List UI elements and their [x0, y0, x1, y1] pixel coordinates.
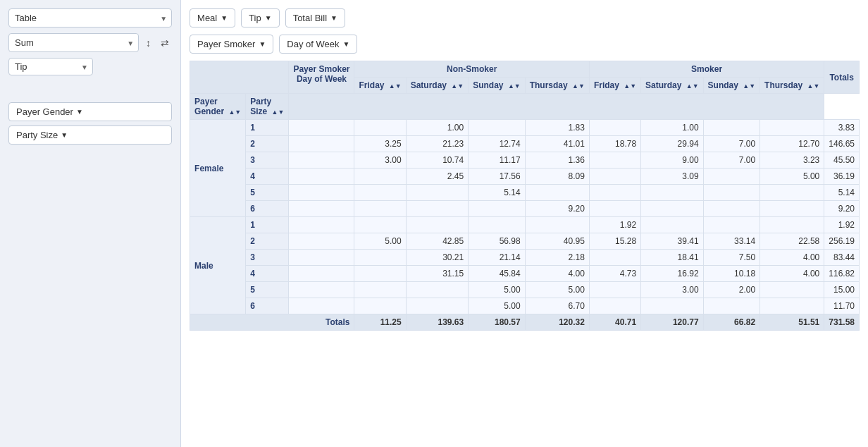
day-cell — [289, 185, 354, 201]
day-of-week-dropdown-label: Day of Week — [287, 39, 339, 49]
tip-arrow: ▼ — [265, 14, 272, 22]
s_sun-cell: 10.18 — [703, 266, 760, 282]
ns_sat-cell — [406, 282, 469, 298]
totals-s_fri: 40.71 — [589, 314, 640, 331]
s_sun-cell — [703, 185, 760, 201]
ns_sun-cell: 5.14 — [469, 185, 526, 201]
s_thu-cell: 4.00 — [760, 266, 824, 282]
ns_sun-cell: 11.17 — [469, 152, 526, 169]
sort-asc-icon[interactable]: ↕ — [143, 36, 154, 50]
s_sun-cell — [703, 201, 760, 217]
party-size-cell: 2 — [246, 136, 289, 152]
ns_thu-cell: 2.18 — [525, 250, 589, 266]
ns-friday-sort: ▲▼ — [389, 82, 402, 90]
payer-smoker-dropdown[interactable]: Payer Smoker ▼ — [190, 35, 273, 54]
ns-saturday-sort: ▲▼ — [451, 82, 464, 90]
s_sat-cell — [641, 217, 704, 233]
table-row: 25.0042.8556.9840.9515.2839.4133.1422.58… — [190, 233, 860, 250]
tip-dropdown[interactable]: Tip ▼ — [241, 8, 279, 27]
party-size-cell: 5 — [246, 282, 289, 298]
party-size-filter[interactable]: Party Size ▼ — [8, 125, 172, 145]
s-friday-header[interactable]: Friday ▲▼ — [589, 78, 640, 94]
s_sat-cell: 29.94 — [641, 136, 704, 152]
ns_sun-cell: 17.56 — [469, 169, 526, 185]
s-sunday-sort: ▲▼ — [743, 82, 755, 90]
aggregation-select-wrapper[interactable]: Sum Avg Count ▼ — [8, 33, 139, 52]
table-row: 65.006.7011.70 — [190, 298, 860, 314]
totals-row: Totals11.25139.63180.57120.3240.71120.77… — [190, 314, 860, 331]
ns-friday-header[interactable]: Friday ▲▼ — [354, 78, 406, 94]
table-select-wrapper[interactable]: Table ▼ — [8, 8, 172, 27]
payer-gender-col-header[interactable]: PayerGender ▲▼ — [190, 94, 246, 120]
day-cell — [289, 266, 354, 282]
ns_sat-cell: 10.74 — [406, 152, 469, 169]
day-cell — [289, 217, 354, 233]
ns_sat-cell: 30.21 — [406, 250, 469, 266]
total-bill-dropdown[interactable]: Total Bill ▼ — [285, 8, 345, 27]
ns_fri-cell — [354, 282, 406, 298]
ns_sun-cell — [469, 201, 526, 217]
party-size-cell: 4 — [246, 266, 289, 282]
ns-thursday-header[interactable]: Thursday ▲▼ — [525, 78, 589, 94]
s-sunday-header[interactable]: Sunday ▲▼ — [703, 78, 760, 94]
ns-saturday-header[interactable]: Saturday ▲▼ — [406, 78, 469, 94]
party-size-cell: 4 — [246, 169, 289, 185]
day-cell — [289, 136, 354, 152]
ns_fri-cell — [354, 217, 406, 233]
s_sun-cell: 7.50 — [703, 250, 760, 266]
payer-gender-cell: Male — [190, 217, 246, 314]
ns-sunday-header[interactable]: Sunday ▲▼ — [469, 78, 526, 94]
payer-gender-arrow: ▼ — [76, 108, 83, 116]
s_fri-cell — [589, 250, 640, 266]
ns_fri-cell — [354, 120, 406, 136]
s_fri-cell — [589, 201, 640, 217]
ns_thu-cell: 5.00 — [525, 282, 589, 298]
total-cell: 3.83 — [824, 120, 860, 136]
ns_thu-cell: 4.00 — [525, 266, 589, 282]
ns_fri-cell — [354, 250, 406, 266]
value-field-select[interactable]: Tip — [8, 58, 93, 75]
s_fri-cell: 4.73 — [589, 266, 640, 282]
total-bill-label: Total Bill — [293, 13, 327, 23]
day-cell — [289, 298, 354, 314]
table-row: 42.4517.568.093.095.0036.19 — [190, 169, 860, 185]
s_sat-cell: 1.00 — [641, 120, 704, 136]
swap-icon[interactable]: ⇄ — [158, 36, 172, 50]
s_sun-cell: 7.00 — [703, 136, 760, 152]
day-of-week-dropdown[interactable]: Day of Week ▼ — [279, 35, 357, 54]
aggregation-select[interactable]: Sum Avg Count — [8, 33, 139, 52]
non-smoker-group-header: Non-Smoker — [354, 61, 589, 78]
s-saturday-header[interactable]: Saturday ▲▼ — [641, 78, 704, 94]
total-cell: 36.19 — [824, 169, 860, 185]
payer-smoker-dropdown-arrow: ▼ — [259, 40, 266, 48]
payer-gender-filter[interactable]: Payer Gender ▼ — [8, 102, 172, 121]
ns_thu-cell: 9.20 — [525, 201, 589, 217]
value-field-wrapper[interactable]: Tip ▼ — [8, 58, 93, 75]
party-size-col-header[interactable]: PartySize ▲▼ — [246, 94, 289, 120]
table-select[interactable]: Table — [8, 8, 172, 27]
ns_fri-cell — [354, 201, 406, 217]
s_sat-cell: 16.92 — [641, 266, 704, 282]
totals-s_sun: 66.82 — [703, 314, 760, 331]
s_sun-cell — [703, 120, 760, 136]
total-cell: 9.20 — [824, 201, 860, 217]
total-cell: 146.65 — [824, 136, 860, 152]
s-saturday-sort: ▲▼ — [686, 82, 699, 90]
ns_thu-cell: 8.09 — [525, 169, 589, 185]
payer-gender-label: Payer Gender — [16, 106, 73, 117]
s_sun-cell: 33.14 — [703, 233, 760, 250]
ns_sat-cell — [406, 217, 469, 233]
s_fri-cell — [589, 282, 640, 298]
s_thu-cell — [760, 120, 824, 136]
total-cell: 5.14 — [824, 185, 860, 201]
meal-dropdown[interactable]: Meal ▼ — [190, 8, 235, 27]
total-cell: 15.00 — [824, 282, 860, 298]
s_sat-cell: 9.00 — [641, 152, 704, 169]
payer-gender-cell: Female — [190, 120, 246, 217]
s_sun-cell — [703, 169, 760, 185]
ns_sun-cell: 45.84 — [469, 266, 526, 282]
s_sun-cell — [703, 298, 760, 314]
ns_sun-cell — [469, 217, 526, 233]
s-thursday-header[interactable]: Thursday ▲▼ — [760, 78, 824, 94]
party-size-cell: 3 — [246, 152, 289, 169]
